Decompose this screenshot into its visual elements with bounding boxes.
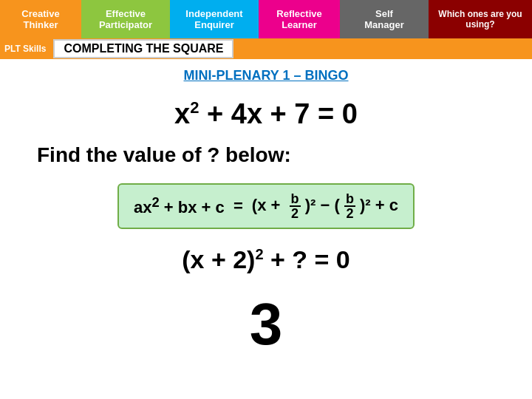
find-instruction: Find the value of ? below: [37, 143, 291, 167]
nav-reflective-label: ReflectiveLearner [276, 8, 321, 30]
secondary-equation: (x + 2)2 + ? = 0 [182, 245, 350, 274]
completing-label: COMPLETING THE SQUARE [53, 39, 233, 58]
nav-item-effective[interactable]: EffectiveParticipator [81, 0, 170, 38]
formula-equals: = [229, 197, 248, 216]
nav-item-self[interactable]: SelfManager [340, 0, 429, 38]
formula-frac1: b 2 [290, 192, 301, 220]
main-content: MINI-PLENARY 1 – BINGO x2 + 4x + 7 = 0 F… [0, 59, 532, 367]
nav-team-label: Which ones are youusing? [438, 9, 522, 30]
formula-frac2: b 2 [344, 192, 355, 220]
nav-item-independent[interactable]: IndependentEnquirer [170, 0, 259, 38]
nav-item-team[interactable]: Which ones are youusing? [429, 0, 532, 38]
answer-value: 3 [250, 290, 283, 358]
top-navigation: CreativeThinker EffectiveParticipator In… [0, 0, 532, 38]
nav-effective-label: EffectiveParticipator [99, 8, 152, 30]
formula-lhs: ax2 + bx + c [134, 194, 225, 217]
nav-independent-label: IndependentEnquirer [185, 8, 242, 30]
nav-creative-label: CreativeThinker [21, 8, 59, 30]
nav-self-label: SelfManager [364, 8, 403, 30]
formula-box: ax2 + bx + c = (x + b 2 )² − ( b 2 )² + … [117, 183, 415, 229]
mini-plenary-title: MINI-PLENARY 1 – BINGO [183, 68, 348, 83]
nav-item-creative[interactable]: CreativeThinker [0, 0, 81, 38]
plt-skills-bar: PLT Skills COMPLETING THE SQUARE [0, 38, 532, 59]
formula-rhs: (x + b 2 )² − ( b 2 )² + c [252, 192, 398, 220]
nav-item-reflective[interactable]: ReflectiveLearner [259, 0, 340, 38]
main-equation: x2 + 4x + 7 = 0 [174, 98, 358, 130]
plt-label: PLT Skills [0, 44, 50, 54]
